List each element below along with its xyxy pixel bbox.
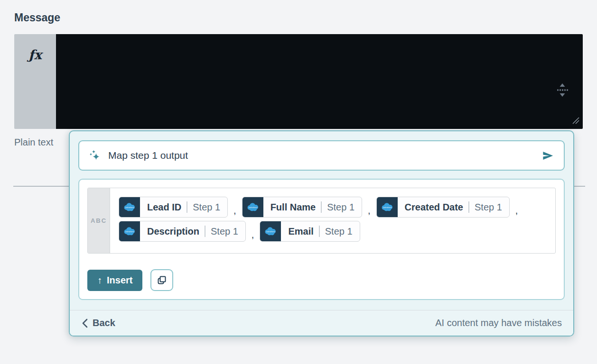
mapped-output-field[interactable]: ABC salesforceLead IDStep 1,salesforceFu… <box>87 188 556 254</box>
chevron-left-icon <box>81 318 88 328</box>
token-body: DescriptionStep 1 <box>140 221 245 241</box>
message-editor[interactable]: ƒx <box>14 34 583 129</box>
salesforce-icon: salesforce <box>119 221 140 241</box>
field-token[interactable]: salesforceDescriptionStep 1 <box>119 221 246 242</box>
abc-type-label: ABC <box>91 217 107 224</box>
field-token[interactable]: salesforceFull NameStep 1 <box>242 197 362 218</box>
token-field-name: Created Date <box>405 202 463 213</box>
svg-text:salesforce: salesforce <box>382 207 392 209</box>
token-body: EmailStep 1 <box>281 221 359 241</box>
token-comma: , <box>233 205 236 216</box>
field-token[interactable]: salesforceEmailStep 1 <box>260 221 360 242</box>
ai-result-panel: ABC salesforceLead IDStep 1,salesforceFu… <box>78 179 565 300</box>
svg-text:salesforce: salesforce <box>266 231 276 233</box>
back-button[interactable]: Back <box>81 318 115 328</box>
ai-prompt-input[interactable]: Map step 1 output <box>78 140 565 171</box>
back-button-label: Back <box>93 318 115 328</box>
ai-prompt-text[interactable]: Map step 1 output <box>108 150 535 161</box>
token-field-name: Lead ID <box>147 202 181 213</box>
token-comma: , <box>515 205 518 216</box>
copy-button[interactable] <box>150 269 173 291</box>
field-token[interactable]: salesforceCreated DateStep 1 <box>376 197 510 218</box>
ai-disclaimer: AI content may have mistakes <box>435 318 562 328</box>
ai-sparkles-icon <box>89 149 102 162</box>
insert-button-label: Insert <box>107 275 132 286</box>
format-label[interactable]: Plain text <box>14 137 53 148</box>
resize-handle-icon[interactable] <box>571 116 580 127</box>
token-comma: , <box>368 205 371 216</box>
token-divider <box>319 226 320 237</box>
token-list: salesforceLead IDStep 1,salesforceFull N… <box>110 188 555 253</box>
token-body: Lead IDStep 1 <box>140 197 227 217</box>
salesforce-icon: salesforce <box>243 197 263 217</box>
copy-icon <box>157 275 167 285</box>
token-body: Full NameStep 1 <box>263 197 362 217</box>
text-type-gutter: ABC <box>88 188 110 253</box>
token-step-label: Step 1 <box>193 202 220 213</box>
svg-text:salesforce: salesforce <box>248 207 258 209</box>
editor-text-area[interactable] <box>56 34 583 129</box>
up-arrow-icon: ↑ <box>97 275 102 286</box>
token-field-name: Full Name <box>271 202 316 213</box>
page-title: Message <box>14 11 60 24</box>
token-divider <box>468 201 469 213</box>
token-comma: , <box>252 229 254 240</box>
result-actions: ↑ Insert <box>87 269 556 291</box>
token-step-label: Step 1 <box>475 202 502 213</box>
salesforce-icon: salesforce <box>377 197 398 217</box>
token-field-name: Email <box>288 226 313 237</box>
token-divider <box>321 201 322 213</box>
field-token[interactable]: salesforceLead IDStep 1 <box>119 197 228 218</box>
token-divider <box>205 226 205 237</box>
drag-handle-icon[interactable] <box>556 83 569 97</box>
token-field-name: Description <box>147 226 199 237</box>
popup-footer: Back AI content may have mistakes <box>70 310 573 336</box>
svg-text:salesforce: salesforce <box>125 231 135 233</box>
token-body: Created DateStep 1 <box>398 197 509 217</box>
formula-gutter: ƒx <box>14 34 56 129</box>
token-step-label: Step 1 <box>325 226 353 237</box>
svg-text:salesforce: salesforce <box>125 207 135 209</box>
send-icon[interactable] <box>541 149 554 162</box>
token-step-label: Step 1 <box>211 226 238 237</box>
insert-button[interactable]: ↑ Insert <box>87 270 142 291</box>
formula-fx-icon: ƒx <box>28 48 42 129</box>
ai-field-popup: Map step 1 output ABC salesforceLead IDS… <box>69 130 574 337</box>
token-step-label: Step 1 <box>327 202 354 213</box>
salesforce-icon: salesforce <box>119 197 140 217</box>
salesforce-icon: salesforce <box>260 221 281 241</box>
token-divider <box>187 201 187 213</box>
